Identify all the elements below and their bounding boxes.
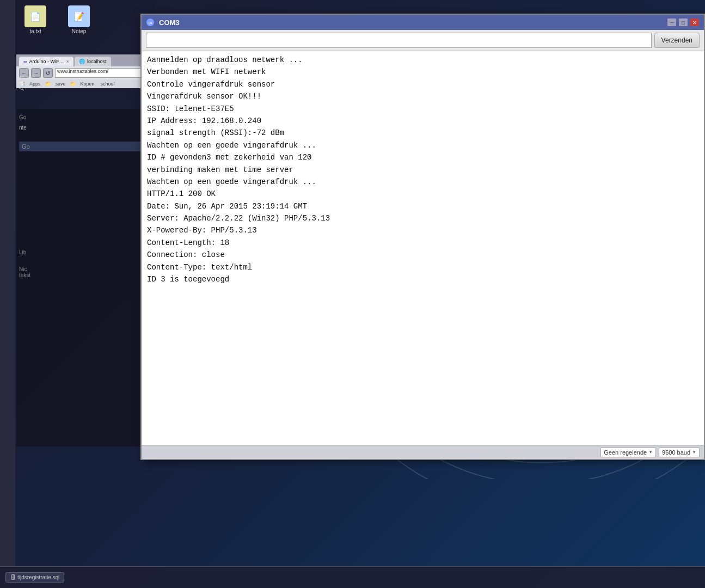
- serial-output-line: Wachten op een goede vingerafdruk ...: [147, 176, 698, 188]
- desktop-icons-top: 📄 ta.txt 📝 Notep: [16, 3, 98, 37]
- tatxt-icon: 📄: [24, 5, 46, 27]
- browser-area: ∞ Arduino - WiFiClient × 🌐 localhost ← →…: [16, 54, 150, 88]
- desktop: Apps 📄 ta.txt 📝 Notep ∞ Arduino - WiFiCl…: [0, 0, 705, 588]
- serial-output-line: SSID: telenet-E37E5: [147, 103, 698, 115]
- notepad-label: Notep: [72, 28, 87, 34]
- bookmark-apps[interactable]: Apps: [28, 81, 42, 87]
- serial-output-line: Verbonden met WIFI netwerk: [147, 66, 698, 78]
- serial-output-line: Wachten op een goede vingerafdruk ...: [147, 139, 698, 151]
- serial-output-line: IP Address: 192.168.0.240: [147, 115, 698, 127]
- bookmark-separator-1: 📁: [45, 81, 51, 87]
- serial-output-line: Content-Type: text/html: [147, 261, 698, 273]
- desktop-icon-notepad[interactable]: 📝 Notep: [60, 3, 98, 37]
- sidebar-go1: Go: [19, 114, 147, 120]
- bookmark-school-label: school: [101, 81, 115, 87]
- sidebar-go2: Go: [19, 142, 147, 151]
- bookmark-kopen-label: Kopen: [81, 81, 95, 87]
- bookmark-school[interactable]: school: [99, 81, 117, 87]
- com3-window: ∞ COM3 ─ □ ✕ Verzenden A: [140, 14, 705, 460]
- browser-toolbar: ← → ↺ www.instructables.com/: [16, 66, 150, 79]
- minimize-button[interactable]: ─: [667, 18, 677, 27]
- sidebar-nte: nte: [19, 125, 147, 131]
- serial-output-line: HTTP/1.1 200 OK: [147, 188, 698, 200]
- taskbar-sql-item[interactable]: 🗄 tijdsregistratie.sql: [5, 572, 64, 583]
- line-ending-dropdown[interactable]: Geen regelende: [600, 448, 656, 457]
- tab-localhost[interactable]: 🌐 localhost: [75, 57, 111, 66]
- window-controls: ─ □ ✕: [667, 18, 700, 27]
- apps-label: Apps: [18, 76, 26, 90]
- window-title: COM3: [159, 19, 663, 27]
- serial-output-line: Server: Apache/2.2.22 (Win32) PHP/5.3.13: [147, 212, 698, 224]
- sql-file-icon: 🗄: [10, 574, 16, 580]
- baud-rate-dropdown[interactable]: 9600 baud: [659, 448, 700, 457]
- browser-tabs: ∞ Arduino - WiFiClient × 🌐 localhost: [16, 54, 150, 66]
- close-button[interactable]: ✕: [690, 18, 700, 27]
- sidebar-lib: Lib: [19, 249, 147, 255]
- address-bar[interactable]: www.instructables.com/: [55, 68, 147, 78]
- serial-output-line: Connection: close: [147, 249, 698, 261]
- bookmark-kopen[interactable]: Kopen: [79, 81, 96, 87]
- desktop-icon-tatxt[interactable]: 📄 ta.txt: [16, 3, 54, 37]
- bookmark-apps-label: Apps: [29, 81, 41, 87]
- tab-close-1[interactable]: ×: [66, 59, 69, 64]
- serial-output-line: Controle vingerafdruk sensor: [147, 78, 698, 90]
- bookmark-save-label: save: [56, 81, 66, 87]
- restore-button[interactable]: □: [678, 18, 688, 27]
- serial-output-line: ID 3 is toegevoegd: [147, 273, 698, 285]
- serial-output-line: Vingerafdruk sensor OK!!!: [147, 90, 698, 102]
- tab-label-1: Arduino - WiFiClient: [29, 59, 64, 64]
- sidebar-nic: Nic: [19, 266, 147, 272]
- notepad-icon: 📝: [68, 5, 90, 27]
- serial-input-area: Verzenden: [142, 30, 704, 51]
- serial-output-line: verbinding maken met time server: [147, 164, 698, 176]
- window-titlebar: ∞ COM3 ─ □ ✕: [142, 15, 704, 30]
- serial-output-line: signal strength (RSSI):-72 dBm: [147, 127, 698, 139]
- serial-output-line: Content-Length: 18: [147, 237, 698, 249]
- bottom-taskbar: 🗄 tijdsregistratie.sql: [0, 566, 705, 588]
- serial-output-line: X-Powered-By: PHP/5.3.13: [147, 224, 698, 236]
- reload-button[interactable]: ↺: [43, 68, 53, 78]
- serial-output-line: Aanmelden op draadloos netwerk ...: [147, 54, 698, 66]
- serial-output-line: ID # gevonden3 met zekerheid van 120: [147, 151, 698, 163]
- serial-output-line: Date: Sun, 26 Apr 2015 23:19:14 GMT: [147, 200, 698, 212]
- tatxt-label: ta.txt: [29, 28, 41, 34]
- taskbar-sql-label: tijdsregistratie.sql: [17, 574, 59, 580]
- tab-label-2: localhost: [87, 59, 107, 64]
- window-statusbar: Geen regelende 9600 baud: [142, 445, 704, 459]
- left-sidebar: [0, 0, 15, 588]
- left-panel-dark: Go nte Go Lib Nic tekst: [16, 109, 150, 446]
- forward-button[interactable]: →: [31, 68, 41, 78]
- bookmark-separator-2: 📁: [70, 81, 76, 87]
- bookmarks-bar: 📑 Apps 📁 save 📁 Kopen school: [16, 79, 150, 88]
- sidebar-tekst: tekst: [19, 272, 147, 278]
- serial-input-field[interactable]: [146, 33, 652, 48]
- verzenden-button[interactable]: Verzenden: [654, 33, 700, 48]
- bookmark-save[interactable]: save: [54, 81, 68, 87]
- tab-arduino-wificlient[interactable]: ∞ Arduino - WiFiClient ×: [19, 57, 73, 66]
- com3-window-icon: ∞: [146, 18, 155, 27]
- serial-output: Aanmelden op draadloos netwerk ...Verbon…: [142, 51, 704, 445]
